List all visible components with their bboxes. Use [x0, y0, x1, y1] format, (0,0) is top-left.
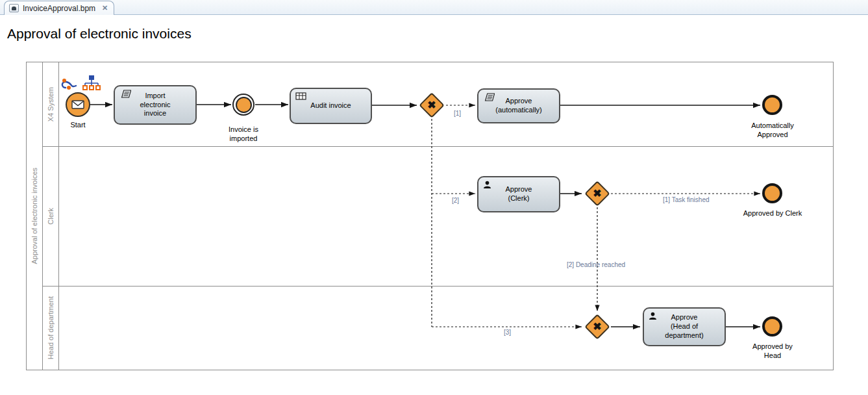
tab-bar: InvoiceApproval.bpm ✕ — [0, 0, 868, 15]
lane-label-cell: X4 System — [43, 62, 59, 146]
gateway-x-icon: ✖ — [593, 188, 601, 199]
person-icon — [483, 181, 491, 189]
end-event-label: Approved by Head — [740, 342, 805, 361]
person-icon — [649, 312, 657, 320]
task-approve-clerk[interactable]: Approve (Clerk) — [477, 176, 560, 212]
edge-label-deadline-reached: [2] Deadine reached — [567, 261, 625, 268]
task-label: Audit invoice — [310, 101, 351, 110]
end-event-automatically-approved[interactable] — [762, 95, 782, 115]
close-icon[interactable]: ✕ — [102, 4, 108, 12]
end-event-approved-by-clerk[interactable] — [762, 183, 782, 203]
task-label: Approve (Head of department) — [665, 313, 703, 340]
pool-label: Approval of electronic invoices — [31, 168, 38, 264]
end-event-approved-by-head[interactable] — [762, 316, 782, 337]
task-audit-invoice[interactable]: Audit invoice — [290, 88, 372, 124]
intermediate-event-label: Invoice is imported — [214, 125, 273, 144]
task-label: Approve (automatically) — [495, 97, 542, 115]
script-icon — [483, 93, 495, 101]
end-event-label: Approved by Clerk — [727, 209, 818, 218]
lane-label: Clerk — [47, 208, 55, 225]
lane-label: X4 System — [47, 87, 55, 121]
task-approve-head-of-department[interactable]: Approve (Head of department) — [643, 307, 726, 346]
start-event-label: Start — [62, 120, 94, 129]
intermediate-event-invoice-imported[interactable] — [232, 94, 254, 116]
edge-label-1: [1] — [454, 110, 461, 117]
gateway-x-icon: ✖ — [593, 322, 601, 332]
envelope-icon — [71, 100, 84, 109]
exclusive-gateway-1[interactable]: ✖ — [418, 92, 445, 119]
exclusive-gateway-2[interactable]: ✖ — [584, 180, 611, 207]
edge-label-3: [3] — [504, 329, 511, 336]
pool-label-cell: Approval of electronic invoices — [27, 62, 43, 370]
start-event-message[interactable] — [66, 92, 90, 117]
lane-clerk[interactable]: Clerk — [43, 147, 834, 287]
lane-label: Head of department — [47, 296, 55, 359]
bpm-file-icon — [9, 4, 19, 12]
lane-label-cell: Head of department — [43, 287, 59, 370]
end-event-label: Automatically Approved — [734, 121, 812, 140]
lane-label-cell: Clerk — [43, 147, 59, 286]
task-label: Approve (Clerk) — [506, 185, 532, 203]
exclusive-gateway-3[interactable]: ✖ — [584, 313, 611, 340]
edge-label-task-finished: [1] Task finished — [663, 196, 710, 203]
page-title: Approval of electronic invoices — [7, 26, 192, 42]
intermediate-event-inner — [236, 97, 252, 113]
org-chart-icon[interactable] — [82, 74, 101, 91]
table-icon — [295, 92, 306, 100]
tab-invoiceapproval[interactable]: InvoiceApproval.bpm ✕ — [4, 1, 114, 15]
task-label: Import electronic invoice — [140, 92, 170, 118]
task-approve-automatically[interactable]: Approve (automatically) — [477, 88, 560, 123]
process-flow-icon[interactable] — [60, 77, 83, 92]
edge-label-2: [2] — [452, 197, 459, 204]
task-import-electronic-invoice[interactable]: Import electronic invoice — [114, 85, 197, 125]
tab-title: InvoiceApproval.bpm — [23, 4, 95, 13]
gateway-x-icon: ✖ — [427, 100, 436, 110]
editor-window: InvoiceApproval.bpm ✕ Approval of electr… — [0, 0, 868, 395]
script-icon — [119, 90, 131, 98]
